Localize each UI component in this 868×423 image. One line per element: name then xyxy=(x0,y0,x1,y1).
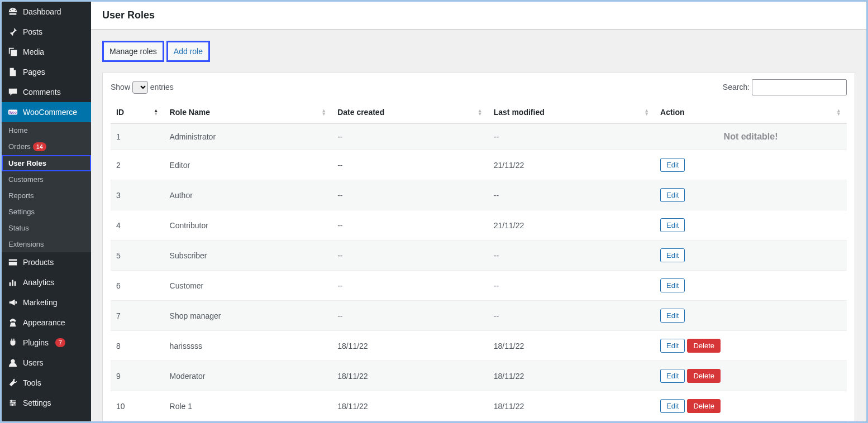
sidebar-item-label: Analytics xyxy=(23,278,54,287)
edit-button[interactable]: Edit xyxy=(660,278,685,292)
cell-action: Edit xyxy=(655,180,847,210)
cell-action: Not editable! xyxy=(655,124,847,150)
cell-created: 18/11/22 xyxy=(332,331,488,361)
sidebar-item-media[interactable]: Media xyxy=(2,42,91,62)
sidebar: DashboardPostsMediaPagesCommentsWooWooCo… xyxy=(2,2,91,421)
edit-button[interactable]: Edit xyxy=(660,218,685,232)
entries-control: Show 10 entries xyxy=(111,81,174,94)
cell-id: 3 xyxy=(111,180,164,210)
edit-button[interactable]: Edit xyxy=(660,339,685,353)
cell-action: EditDelete xyxy=(655,391,847,421)
table-row: 4Contributor--21/11/22Edit xyxy=(111,210,847,241)
sort-icon: ▲▼ xyxy=(154,109,159,116)
sidebar-item-analytics[interactable]: Analytics xyxy=(2,272,91,292)
cell-created: -- xyxy=(332,241,488,271)
sidebar-item-dashboard[interactable]: Dashboard xyxy=(2,2,91,22)
dashboard-icon xyxy=(7,6,18,17)
sidebar-subitem-reports[interactable]: Reports xyxy=(2,188,91,204)
cell-created: -- xyxy=(332,180,488,210)
sidebar-item-plugins[interactable]: Plugins7 xyxy=(2,333,91,353)
sidebar-item-users[interactable]: Users xyxy=(2,353,91,373)
column-label: Date created xyxy=(337,108,384,117)
column-last-modified[interactable]: Last modified▲▼ xyxy=(488,101,655,124)
cell-created: 18/11/22 xyxy=(332,391,488,421)
edit-button[interactable]: Edit xyxy=(660,399,685,413)
cell-created: 18/11/22 xyxy=(332,361,488,391)
sidebar-item-marketing[interactable]: Marketing xyxy=(2,292,91,313)
sidebar-item-comments[interactable]: Comments xyxy=(2,82,91,102)
sidebar-item-label: Media xyxy=(23,47,44,56)
page-title: User Roles xyxy=(102,9,855,21)
cell-created: -- xyxy=(332,271,488,301)
sidebar-subitem-home[interactable]: Home xyxy=(2,122,91,138)
table-row: 1Administrator----Not editable! xyxy=(111,124,847,150)
tabs: Manage roles Add role xyxy=(102,41,855,62)
sidebar-item-posts[interactable]: Posts xyxy=(2,22,91,42)
table-panel: Show 10 entries Search: ID▲▼Role Name▲▼D… xyxy=(102,72,855,421)
edit-button[interactable]: Edit xyxy=(660,369,685,383)
column-action[interactable]: Action▲▼ xyxy=(655,101,847,124)
cell-modified: 21/11/22 xyxy=(488,150,655,180)
sort-icon: ▲▼ xyxy=(836,109,841,116)
edit-button[interactable]: Edit xyxy=(660,158,685,172)
cell-modified: -- xyxy=(488,301,655,331)
woo-icon: Woo xyxy=(7,107,18,118)
cell-created: -- xyxy=(332,124,488,150)
sidebar-subitem-status[interactable]: Status xyxy=(2,220,91,236)
delete-button[interactable]: Delete xyxy=(687,369,721,383)
sidebar-item-settings[interactable]: Settings xyxy=(2,393,91,413)
sidebar-subitem-user-roles[interactable]: User Roles xyxy=(2,155,91,171)
column-date-created[interactable]: Date created▲▼ xyxy=(332,101,488,124)
cell-name: Administrator xyxy=(164,124,332,150)
sidebar-item-pages[interactable]: Pages xyxy=(2,62,91,82)
edit-button[interactable]: Edit xyxy=(660,248,685,262)
sidebar-subitem-settings[interactable]: Settings xyxy=(2,204,91,220)
cell-created: -- xyxy=(332,150,488,180)
sort-icon: ▲▼ xyxy=(321,109,326,116)
cell-id: 2 xyxy=(111,150,164,180)
cell-modified: 21/11/22 xyxy=(488,210,655,241)
sidebar-item-label: Appearance xyxy=(23,318,65,327)
delete-button[interactable]: Delete xyxy=(687,339,721,353)
sidebar-subitem-orders[interactable]: Orders14 xyxy=(2,138,91,155)
sidebar-subitem-label: Customers xyxy=(8,175,44,184)
cell-created: -- xyxy=(332,210,488,241)
sidebar-subitem-customers[interactable]: Customers xyxy=(2,171,91,188)
roles-table: ID▲▼Role Name▲▼Date created▲▼Last modifi… xyxy=(111,101,847,421)
table-row: 2Editor--21/11/22Edit xyxy=(111,150,847,180)
search-input[interactable] xyxy=(752,79,847,95)
cell-name: Editor xyxy=(164,150,332,180)
sidebar-item-label: Marketing xyxy=(23,298,57,307)
sidebar-item-tools[interactable]: Tools xyxy=(2,373,91,393)
column-label: ID xyxy=(116,108,124,117)
sidebar-item-label: Settings xyxy=(23,398,51,407)
cell-action: Edit xyxy=(655,271,847,301)
plugins-icon xyxy=(7,337,18,348)
cell-id: 5 xyxy=(111,241,164,271)
edit-button[interactable]: Edit xyxy=(660,309,685,323)
cell-action: EditDelete xyxy=(655,331,847,361)
sidebar-item-appearance[interactable]: Appearance xyxy=(2,313,91,333)
sidebar-item-label: Pages xyxy=(23,68,45,76)
column-role-name[interactable]: Role Name▲▼ xyxy=(164,101,332,124)
pin-icon xyxy=(7,26,18,37)
edit-button[interactable]: Edit xyxy=(660,188,685,202)
cell-id: 9 xyxy=(111,361,164,391)
sidebar-item-products[interactable]: Products xyxy=(2,252,91,272)
tab-add-role[interactable]: Add role xyxy=(166,41,210,62)
sidebar-subitem-extensions[interactable]: Extensions xyxy=(2,236,91,252)
appearance-icon xyxy=(7,317,18,328)
marketing-icon xyxy=(7,297,18,308)
entries-select[interactable]: 10 xyxy=(132,81,148,94)
sidebar-item-label: Dashboard xyxy=(23,7,61,16)
sidebar-item-woocommerce[interactable]: WooWooCommerce xyxy=(2,102,91,122)
badge: 14 xyxy=(33,142,46,151)
delete-button[interactable]: Delete xyxy=(687,399,721,413)
sort-icon: ▲▼ xyxy=(644,109,649,116)
entries-suffix: entries xyxy=(150,83,174,92)
column-id[interactable]: ID▲▼ xyxy=(111,101,164,124)
tab-manage-roles[interactable]: Manage roles xyxy=(102,41,164,62)
cell-name: Moderator xyxy=(164,361,332,391)
cell-modified: -- xyxy=(488,124,655,150)
cell-modified: -- xyxy=(488,180,655,210)
